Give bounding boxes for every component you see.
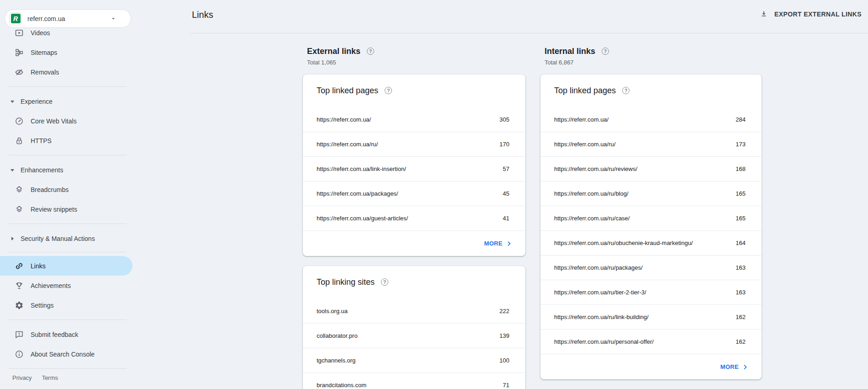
table: https://referr.com.ua/305https://referr.… bbox=[303, 107, 525, 230]
sidebar-item-sitemaps[interactable]: Sitemaps bbox=[0, 43, 137, 62]
row-value: 71 bbox=[503, 381, 509, 389]
sidebar-item-removals[interactable]: Removals bbox=[0, 62, 137, 82]
sidebar: R referr.com.ua Videos Sitemaps bbox=[0, 0, 137, 389]
help-icon[interactable]: ? bbox=[622, 87, 630, 94]
more-link[interactable]: MORE bbox=[540, 354, 762, 379]
table-row[interactable]: https://referr.com.ua/ru/reviews/168 bbox=[540, 156, 762, 181]
chevron-right-icon bbox=[741, 363, 749, 371]
table-row[interactable]: https://referr.com.ua/packages/45 bbox=[303, 181, 525, 206]
eye-off-icon bbox=[15, 68, 24, 77]
sidebar-section-security[interactable]: Security & Manual Actions bbox=[0, 229, 137, 248]
terms-link[interactable]: Terms bbox=[42, 374, 58, 381]
internal-links-total: Total 6,867 bbox=[540, 59, 762, 66]
card-title: Top linked pages bbox=[317, 85, 378, 96]
help-icon[interactable]: ? bbox=[367, 48, 374, 55]
property-name: referr.com.ua bbox=[27, 15, 111, 22]
row-label: collaborator.pro bbox=[317, 331, 358, 340]
row-label: https://referr.com.ua/ru/personal-offer/ bbox=[554, 337, 654, 346]
row-label: https://referr.com.ua/ bbox=[554, 115, 609, 124]
sidebar-item-label: Submit feedback bbox=[31, 331, 78, 338]
table-row[interactable]: https://referr.com.ua/ru/obuchenie-kraud… bbox=[540, 230, 762, 255]
table-row[interactable]: https://referr.com.ua/ru/packages/163 bbox=[540, 255, 762, 280]
row-value: 45 bbox=[503, 189, 509, 198]
external-links-total: Total 1,065 bbox=[303, 59, 525, 66]
table-row[interactable]: https://referr.com.ua/ru/blog/165 bbox=[540, 181, 762, 206]
row-value: 165 bbox=[736, 214, 746, 223]
row-label: https://referr.com.ua/ru/blog/ bbox=[554, 189, 629, 198]
sidebar-item-review-snippets[interactable]: Review snippets bbox=[0, 199, 137, 219]
row-label: https://referr.com.ua/ru/ bbox=[317, 140, 378, 149]
sidebar-item-label: Videos bbox=[31, 29, 50, 37]
link-icon bbox=[15, 261, 24, 271]
property-selector[interactable]: R referr.com.ua bbox=[5, 9, 131, 28]
row-value: 57 bbox=[503, 165, 509, 173]
help-icon[interactable]: ? bbox=[385, 87, 392, 94]
info-icon bbox=[15, 350, 24, 359]
external-top-linking-sites-card: Top linking sites ? tools.org.ua222colla… bbox=[303, 266, 525, 389]
internal-links-title: Internal links bbox=[545, 46, 595, 57]
row-value: 139 bbox=[499, 331, 509, 340]
row-label: https://referr.com.ua/ru/obuchenie-kraud… bbox=[554, 239, 693, 247]
table-row[interactable]: https://referr.com.ua/link-insertion/57 bbox=[303, 156, 525, 181]
sidebar-item-submit-feedback[interactable]: Submit feedback bbox=[0, 325, 137, 344]
table-row[interactable]: https://referr.com.ua/ru/173 bbox=[540, 132, 762, 156]
trophy-icon bbox=[15, 281, 24, 290]
table-row[interactable]: https://referr.com.ua/ru/tier-2-tier-3/1… bbox=[540, 280, 762, 304]
sidebar-section-experience[interactable]: Experience bbox=[0, 91, 137, 111]
table-row[interactable]: tgchannels.org100 bbox=[303, 348, 525, 373]
export-external-links-button[interactable]: EXPORT EXTERNAL LINKS bbox=[760, 10, 862, 18]
sidebar-item-core-web-vitals[interactable]: Core Web Vitals bbox=[0, 111, 137, 131]
sidebar-footer: Privacy Terms bbox=[0, 374, 137, 381]
table-row[interactable]: tools.org.ua222 bbox=[303, 299, 525, 323]
row-label: https://referr.com.ua/guest-articles/ bbox=[317, 214, 408, 223]
help-icon[interactable]: ? bbox=[381, 278, 388, 286]
sitemap-icon bbox=[15, 48, 24, 57]
sidebar-item-label: Sitemaps bbox=[31, 49, 57, 56]
sidebar-item-about[interactable]: About Search Console bbox=[0, 344, 137, 364]
row-label: tgchannels.org bbox=[317, 356, 355, 365]
video-icon bbox=[15, 28, 24, 37]
card-title: Top linked pages bbox=[554, 85, 616, 96]
row-label: brandcitations.com bbox=[317, 381, 366, 389]
privacy-link[interactable]: Privacy bbox=[12, 374, 32, 381]
internal-links-column: Internal links ? Total 6,867 Top linked … bbox=[540, 46, 762, 379]
table-row[interactable]: collaborator.pro139 bbox=[303, 323, 525, 348]
internal-top-linked-pages-card: Top linked pages ? https://referr.com.ua… bbox=[540, 75, 762, 379]
row-label: https://referr.com.ua/packages/ bbox=[317, 189, 398, 198]
gauge-icon bbox=[15, 117, 24, 126]
property-logo: R bbox=[9, 12, 22, 25]
sidebar-item-label: Achievements bbox=[31, 282, 71, 289]
sidebar-nav: Videos Sitemaps Removals bbox=[0, 28, 137, 389]
sidebar-item-settings[interactable]: Settings bbox=[0, 295, 137, 315]
table-row[interactable]: https://referr.com.ua/guest-articles/41 bbox=[303, 206, 525, 230]
row-label: https://referr.com.ua/ru/ bbox=[554, 140, 615, 149]
sidebar-item-label: Settings bbox=[31, 302, 54, 309]
triangle-down-icon bbox=[10, 168, 15, 172]
sidebar-section-label: Enhancements bbox=[21, 166, 63, 174]
more-link[interactable]: MORE bbox=[303, 230, 525, 256]
table-row[interactable]: https://referr.com.ua/305 bbox=[303, 107, 525, 132]
help-icon[interactable]: ? bbox=[602, 48, 609, 55]
row-value: 284 bbox=[736, 115, 746, 124]
sidebar-item-label: Links bbox=[31, 262, 46, 270]
table-row[interactable]: https://referr.com.ua/ru/170 bbox=[303, 132, 525, 156]
sidebar-item-breadcrumbs[interactable]: Breadcrumbs bbox=[0, 180, 137, 199]
sidebar-item-links[interactable]: Links bbox=[0, 256, 132, 276]
table-row[interactable]: https://referr.com.ua/284 bbox=[540, 107, 762, 132]
sidebar-item-https[interactable]: HTTPS bbox=[0, 131, 137, 150]
table-row[interactable]: https://referr.com.ua/ru/personal-offer/… bbox=[540, 329, 762, 354]
row-label: https://referr.com.ua/ bbox=[317, 115, 371, 124]
row-value: 305 bbox=[499, 115, 509, 124]
lock-icon bbox=[15, 136, 24, 145]
table: https://referr.com.ua/284https://referr.… bbox=[540, 107, 762, 354]
row-value: 162 bbox=[736, 337, 746, 346]
sidebar-section-enhancements[interactable]: Enhancements bbox=[0, 160, 137, 180]
table-row[interactable]: brandcitations.com71 bbox=[303, 373, 525, 389]
row-label: https://referr.com.ua/ru/tier-2-tier-3/ bbox=[554, 288, 646, 297]
sidebar-item-videos[interactable]: Videos bbox=[0, 28, 137, 43]
sidebar-item-achievements[interactable]: Achievements bbox=[0, 276, 137, 295]
row-value: 173 bbox=[736, 140, 746, 149]
table-row[interactable]: https://referr.com.ua/ru/case/165 bbox=[540, 206, 762, 230]
rich-result-icon bbox=[15, 205, 24, 214]
table-row[interactable]: https://referr.com.ua/ru/link-building/1… bbox=[540, 304, 762, 329]
